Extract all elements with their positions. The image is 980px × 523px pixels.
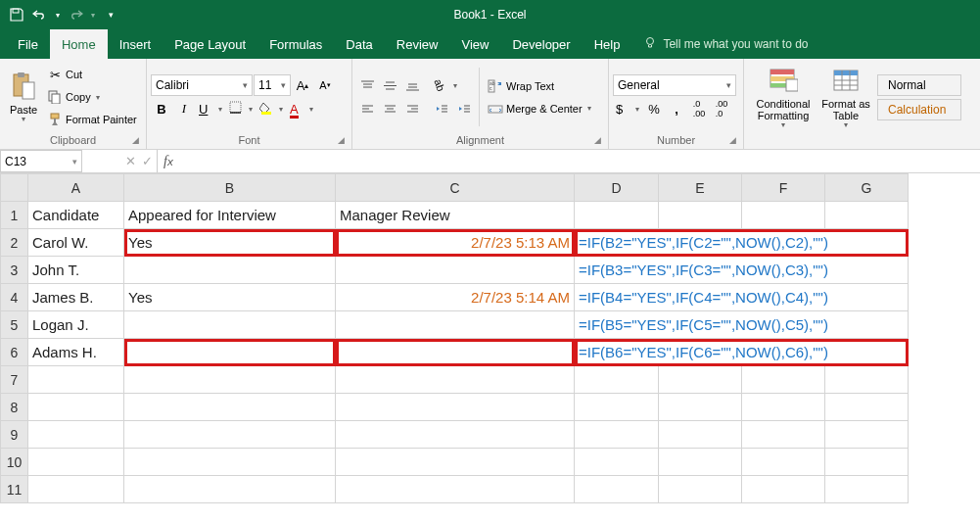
decrease-font-button[interactable]: A▾	[314, 74, 336, 96]
row-header-7[interactable]: 7	[1, 366, 28, 394]
undo-button[interactable]	[29, 4, 51, 25]
cell-A1[interactable]: Candidate	[28, 202, 124, 229]
cell-C5[interactable]	[336, 311, 575, 339]
cell-A5[interactable]: Logan J.	[28, 311, 124, 339]
bold-button[interactable]: B	[151, 98, 172, 119]
conditional-formatting-button[interactable]: Conditional Formatting▾	[748, 63, 818, 131]
cut-button[interactable]: ✂Cut	[43, 64, 141, 85]
select-all-corner[interactable]	[1, 174, 28, 202]
row-header-9[interactable]: 9	[1, 421, 28, 449]
merge-center-button[interactable]: Merge & Center▾	[484, 98, 595, 119]
cell-E1[interactable]	[659, 202, 742, 229]
cell-A6[interactable]: Adams H.	[28, 339, 124, 366]
border-button[interactable]	[226, 98, 256, 119]
redo-dropdown[interactable]: ▾	[88, 4, 98, 25]
fx-icon[interactable]: fx	[158, 150, 179, 172]
copy-button[interactable]: Copy▾	[43, 86, 141, 108]
tab-view[interactable]: View	[449, 29, 500, 59]
style-normal[interactable]: Normal	[877, 74, 961, 96]
align-left-button[interactable]	[356, 98, 378, 119]
align-center-button[interactable]	[379, 98, 400, 119]
col-header-G[interactable]: G	[825, 174, 909, 202]
col-header-A[interactable]: A	[28, 174, 124, 202]
row-header-2[interactable]: 2	[1, 229, 28, 257]
redo-button[interactable]	[65, 4, 86, 25]
cell-D2[interactable]: =IF(B2="YES",IF(C2="",NOW(),C2),"")	[575, 229, 909, 257]
cell-B4[interactable]: Yes	[124, 284, 336, 311]
align-middle-button[interactable]	[379, 74, 400, 96]
cell-C6[interactable]	[336, 339, 575, 366]
tab-formulas[interactable]: Formulas	[257, 29, 334, 59]
cell-B2[interactable]: Yes	[124, 229, 336, 257]
row-header-3[interactable]: 3	[1, 257, 28, 284]
decrease-decimal-button[interactable]: .00.0	[711, 98, 732, 119]
format-painter-button[interactable]: Format Painter	[43, 109, 141, 130]
cell-C3[interactable]	[336, 257, 575, 284]
alignment-launcher[interactable]: ◢	[592, 135, 602, 145]
align-top-button[interactable]	[356, 74, 378, 96]
italic-button[interactable]: I	[173, 98, 195, 119]
increase-indent-button[interactable]	[453, 98, 475, 119]
tab-developer[interactable]: Developer	[500, 29, 582, 59]
formula-input[interactable]	[179, 150, 980, 172]
fill-color-button[interactable]	[257, 98, 286, 119]
align-bottom-button[interactable]	[401, 74, 423, 96]
currency-button[interactable]: $	[613, 98, 642, 119]
row-header-5[interactable]: 5	[1, 311, 28, 339]
orientation-button[interactable]: ab	[431, 74, 460, 96]
col-header-D[interactable]: D	[575, 174, 659, 202]
font-color-button[interactable]: A	[287, 98, 316, 119]
increase-font-button[interactable]: A▴	[292, 74, 313, 96]
paste-button[interactable]: Paste ▾	[4, 63, 43, 131]
row-header-4[interactable]: 4	[1, 284, 28, 311]
tab-page-layout[interactable]: Page Layout	[163, 29, 257, 59]
cell-D3[interactable]: =IF(B3="YES",IF(C3="",NOW(),C3),"")	[575, 257, 909, 284]
row-header-11[interactable]: 11	[1, 476, 28, 503]
enter-icon[interactable]: ✓	[142, 154, 153, 168]
tab-file[interactable]: File	[6, 29, 50, 59]
name-box[interactable]: C13	[0, 150, 82, 172]
tab-data[interactable]: Data	[334, 29, 384, 59]
col-header-C[interactable]: C	[336, 174, 575, 202]
row-header-8[interactable]: 8	[1, 394, 28, 421]
col-header-B[interactable]: B	[124, 174, 336, 202]
col-header-F[interactable]: F	[742, 174, 825, 202]
cell-D6[interactable]: =IF(B6="YES",IF(C6="",NOW(),C6),"")	[575, 339, 909, 366]
cell-B3[interactable]	[124, 257, 336, 284]
number-format-select[interactable]: General	[613, 74, 736, 96]
tab-insert[interactable]: Insert	[108, 29, 163, 59]
cell-A3[interactable]: John T.	[28, 257, 124, 284]
font-name-select[interactable]: Calibri	[151, 74, 253, 96]
cell-B5[interactable]	[124, 311, 336, 339]
cell-A2[interactable]: Carol W.	[28, 229, 124, 257]
style-calculation[interactable]: Calculation	[877, 99, 961, 120]
cell-B1[interactable]: Appeared for Interview	[124, 202, 336, 229]
cell-G1[interactable]	[825, 202, 909, 229]
save-button[interactable]	[6, 4, 27, 25]
decrease-indent-button[interactable]	[431, 98, 452, 119]
undo-dropdown[interactable]: ▾	[53, 4, 63, 25]
format-as-table-button[interactable]: Format as Table▾	[818, 63, 873, 131]
cancel-icon[interactable]: ✕	[125, 154, 136, 168]
tab-review[interactable]: Review	[385, 29, 450, 59]
number-launcher[interactable]: ◢	[727, 135, 737, 145]
wrap-text-button[interactable]: abcWrap Text	[484, 75, 595, 97]
tab-home[interactable]: Home	[50, 29, 108, 59]
font-launcher[interactable]: ◢	[336, 135, 346, 145]
underline-button[interactable]: U	[196, 98, 225, 119]
cell-C2[interactable]: 2/7/23 5:13 AM	[336, 229, 575, 257]
cell-D4[interactable]: =IF(B4="YES",IF(C4="",NOW(),C4),"")	[575, 284, 909, 311]
qat-customize[interactable]: ▾	[100, 4, 121, 25]
tab-help[interactable]: Help	[583, 29, 632, 59]
row-header-1[interactable]: 1	[1, 202, 28, 229]
row-header-6[interactable]: 6	[1, 339, 28, 366]
cell-A4[interactable]: James B.	[28, 284, 124, 311]
align-right-button[interactable]	[401, 98, 423, 119]
col-header-E[interactable]: E	[659, 174, 742, 202]
clipboard-launcher[interactable]: ◢	[130, 135, 140, 145]
percent-button[interactable]: %	[643, 98, 665, 119]
cell-C4[interactable]: 2/7/23 5:14 AM	[336, 284, 575, 311]
tellme-search[interactable]: Tell me what you want to do	[631, 36, 819, 53]
row-header-10[interactable]: 10	[1, 449, 28, 476]
cell-B6[interactable]	[124, 339, 336, 366]
